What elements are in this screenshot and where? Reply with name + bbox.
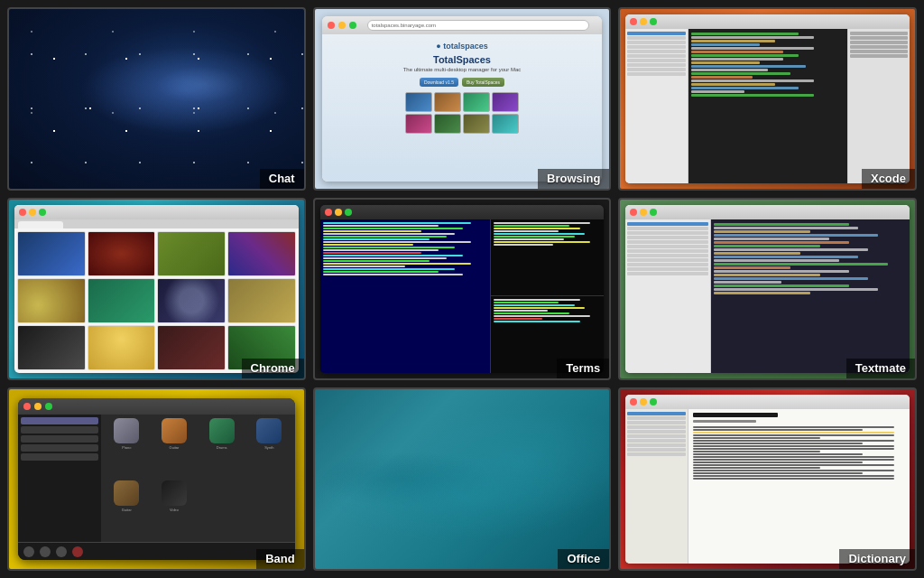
textmate-editor [711,219,910,374]
code-line-13 [691,76,753,79]
chrome-thumb-10 [88,325,156,370]
tm-line-17 [714,281,781,284]
xcode-file-10 [627,72,685,76]
piano-image [114,418,139,443]
browser-content: ● totalspaces TotalSpaces The ultimate m… [322,34,603,182]
dict-def-19 [693,475,895,477]
space-xcode[interactable]: Xcode [618,7,917,191]
tm-line-20 [714,292,810,294]
tm-line-14 [714,270,849,273]
chrome-close [19,209,26,216]
totalspaces-sub: The ultimate multi-desktop manager for y… [403,67,522,72]
tm-line-2 [714,227,859,229]
xcode-file-1 [627,32,685,35]
guitar-image [162,418,187,443]
code-line-9 [691,61,761,64]
space-label-office: Office [558,549,609,569]
ts-buttons: Download v1.5 Buy TotalSpaces [420,78,504,87]
terms-close [325,209,332,216]
chrome-thumb-6 [88,278,156,323]
totalspaces-logo: ● totalspaces [436,42,487,51]
band-project-1 [21,417,98,424]
terms-min [335,209,342,216]
space-office[interactable]: Office [313,387,612,571]
xcode-file-8 [627,63,685,67]
dict-nav-9 [627,448,685,452]
code-line-16 [691,87,799,89]
textmate-max [650,209,657,216]
space-band[interactable]: Piano Guitar Drums Synth Guitar [7,387,306,571]
xcode-editor [688,29,847,183]
band-video-icon: Video [152,480,197,538]
drums-image [209,418,235,443]
space-textmate[interactable]: Textmate [618,198,917,381]
space-dictionary[interactable]: Dictionary [618,387,917,571]
xcode-window [625,14,910,183]
dict-def-16 [693,467,820,469]
space-label-chrome: Chrome [242,359,304,378]
dict-nav-8 [627,443,685,447]
code-line-18 [691,94,814,97]
code-line-12 [691,72,791,75]
browser-window: totalspaces.binaryage.com ● totalspaces … [322,16,603,182]
code-line-7 [691,54,799,57]
close-dot [328,22,335,29]
tm-file-7 [627,249,707,253]
dict-def-10 [693,451,820,452]
piano-label: Piano [122,445,131,450]
tm-file-10 [627,263,707,266]
terms-body [320,219,605,374]
terms-titlebar [320,205,605,219]
xcode-file-4 [627,45,685,49]
textmate-min [640,209,647,216]
tm-file-12 [627,272,707,275]
code-line-8 [691,58,783,61]
band-window: Piano Guitar Drums Synth Guitar [18,398,295,560]
code-line-4 [691,43,761,46]
band-guitar2-icon: Guitar [105,480,149,538]
space-label-chat: Chat [260,169,304,189]
chrome-thumb-3 [157,231,226,276]
code-line-17 [691,90,745,93]
space-label-dictionary: Dictionary [839,549,915,569]
transport-play [40,546,51,557]
chrome-thumb-8 [227,278,296,323]
space-browsing[interactable]: totalspaces.binaryage.com ● totalspaces … [313,7,612,191]
tm-line-18 [714,284,849,287]
tm-file-1 [627,222,707,226]
chrome-thumb-2 [88,231,156,276]
video-label: Video [170,508,179,512]
buy-btn: Buy TotalSpaces [462,78,504,87]
code-line-15 [691,83,776,86]
office-wave-bg [315,389,610,569]
ts-thumb-8 [492,114,519,134]
tm-line-13 [714,266,791,269]
space-label-textmate: Textmate [846,359,915,378]
dict-nav-4 [627,425,685,429]
chrome-titlebar [14,205,299,219]
synth-image [256,418,282,443]
tm-line-8 [714,248,868,251]
dict-def-2 [693,429,863,431]
chrome-thumb-4 [227,231,296,276]
space-chat[interactable]: Chat [7,7,306,191]
dict-body [625,409,910,564]
xcode-file-6 [627,54,685,58]
code-line-5 [691,47,814,50]
xcode-max [650,18,657,25]
url-text: totalspaces.binaryage.com [372,23,436,28]
dict-def-9 [693,448,895,450]
space-terms[interactable]: Terms [313,198,612,381]
ts-thumb-5 [405,114,432,134]
dict-nav-5 [627,430,685,434]
tm-line-15 [714,274,820,276]
dict-def-6 [693,440,895,442]
xcode-body [625,29,910,183]
chrome-thumb-1 [17,231,86,276]
dict-def-7 [693,443,863,444]
space-chrome[interactable]: Chrome [7,198,306,381]
space-label-xcode: Xcode [862,169,915,189]
totalspaces-title: TotalSpaces [433,54,491,65]
tm-line-3 [714,230,810,233]
synth-label: Synth [264,445,273,450]
